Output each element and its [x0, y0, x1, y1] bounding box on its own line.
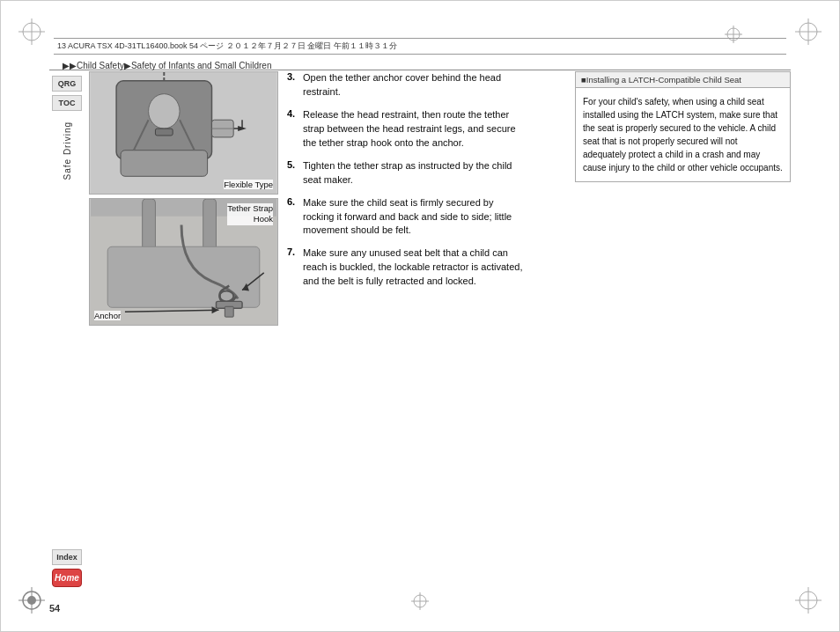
flexible-type-image: Flexible Type — [89, 71, 278, 195]
step-7: 7. Make sure any unused seat belt that a… — [287, 246, 525, 289]
step-3-text: Open the tether anchor cover behind the … — [303, 71, 525, 99]
reg-mark-tr — [795, 18, 822, 45]
reg-mark-bl — [18, 587, 45, 614]
info-box-body-text: For your child's safety, when using a ch… — [583, 97, 783, 173]
step-7-num: 7. — [287, 246, 299, 257]
image-column: Flexible Type — [89, 71, 278, 326]
step-5-text: Tighten the tether strap as instructed b… — [303, 159, 525, 187]
main-content: Flexible Type — [89, 71, 791, 587]
file-info-bar: 13 ACURA TSX 4D-31TL16400.book 54 ページ ２０… — [54, 38, 786, 55]
step-6: 6. Make sure the child seat is firmly se… — [287, 196, 525, 239]
step-3-num: 3. — [287, 71, 299, 82]
index-button[interactable]: Index — [52, 549, 82, 565]
sidebar-bottom: Index Home — [52, 549, 82, 587]
info-box-header: ■Installing a LATCH-Compatible Child Sea… — [575, 71, 791, 87]
step-7-text: Make sure any unused seat belt that a ch… — [303, 246, 525, 289]
page-container: 13 ACURA TSX 4D-31TL16400.book 54 ページ ２０… — [0, 0, 840, 632]
info-box-column: ■Installing a LATCH-Compatible Child Sea… — [575, 71, 791, 182]
reg-mark-br — [795, 587, 822, 614]
file-info-text: 13 ACURA TSX 4D-31TL16400.book 54 ページ ２０… — [57, 40, 397, 52]
breadcrumb-text: ▶▶Child Safety▶Safety of Infants and Sma… — [63, 61, 271, 70]
crosshair-bottom-center — [411, 592, 429, 612]
svg-rect-25 — [155, 129, 173, 136]
step-4-num: 4. — [287, 108, 299, 119]
step-4: 4. Release the head restraint, then rout… — [287, 108, 525, 151]
flexible-type-label: Flexible Type — [224, 180, 273, 189]
section-label: Safe Driving — [63, 121, 72, 180]
step-5-num: 5. — [287, 159, 299, 170]
breadcrumb: ▶▶Child Safety▶Safety of Infants and Sma… — [63, 61, 271, 70]
anchor-label: Anchor — [94, 311, 121, 320]
tether-anchor-image: Tether StrapHook Anchor — [89, 198, 278, 326]
step-6-num: 6. — [287, 196, 299, 207]
qrg-button[interactable]: QRG — [52, 76, 82, 92]
svg-rect-37 — [225, 306, 233, 317]
reg-mark-tl — [18, 18, 45, 45]
tether-hook-label: Tether StrapHook — [227, 203, 273, 225]
step-5: 5. Tighten the tether strap as instructe… — [287, 159, 525, 187]
svg-rect-32 — [143, 199, 156, 251]
page-number: 54 — [49, 603, 60, 614]
step-4-text: Release the head restraint, then route t… — [303, 108, 525, 151]
info-box-header-text: ■Installing a LATCH-Compatible Child Sea… — [581, 75, 741, 85]
svg-rect-33 — [203, 199, 217, 251]
instructions-column: 3. Open the tether anchor cover behind t… — [287, 71, 525, 298]
toc-button[interactable]: TOC — [52, 95, 82, 111]
info-box-body: For your child's safety, when using a ch… — [575, 87, 791, 182]
svg-point-22 — [149, 94, 180, 129]
instruction-list: 3. Open the tether anchor cover behind t… — [287, 71, 525, 289]
svg-point-9 — [27, 596, 36, 605]
step-6-text: Make sure the child seat is firmly secur… — [303, 196, 525, 239]
home-button[interactable]: Home — [52, 569, 82, 587]
step-3: 3. Open the tether anchor cover behind t… — [287, 71, 525, 99]
sidebar: QRG TOC Safe Driving Index Home — [49, 76, 85, 587]
svg-rect-21 — [121, 151, 208, 177]
